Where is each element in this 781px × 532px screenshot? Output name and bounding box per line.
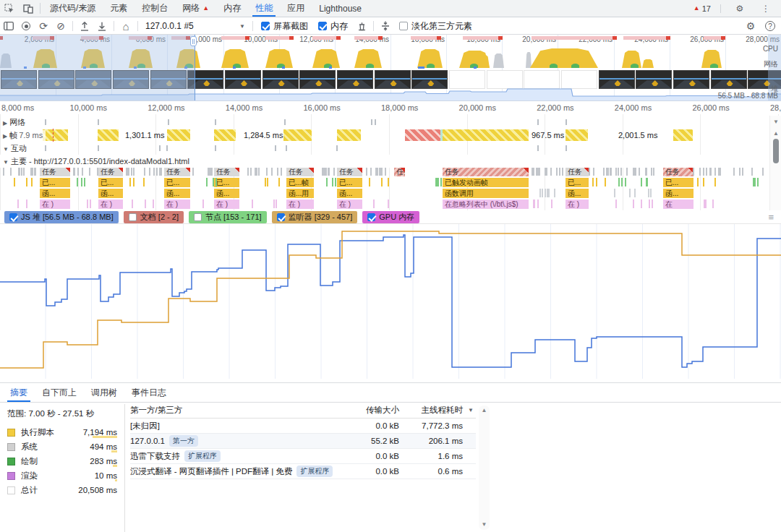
filmstrip-screenshot[interactable]	[711, 70, 747, 89]
filmstrip-screenshot[interactable]	[561, 70, 597, 89]
ignored-script-bar[interactable]: 在 )	[286, 200, 314, 209]
table-scrollbar[interactable]: ▲ ▼	[479, 406, 490, 530]
function-call-bar[interactable]: 函...	[98, 189, 123, 198]
upload-profile-icon[interactable]	[76, 19, 93, 33]
filmstrip-screenshot[interactable]	[524, 70, 560, 89]
function-call-bar[interactable]: 函...	[214, 189, 239, 198]
details-tab-bottom-up[interactable]: 自下而上	[35, 383, 84, 402]
fade-third-party-checkbox[interactable]: 淡化第三方元素	[399, 20, 472, 33]
collapse-sections-icon[interactable]	[377, 19, 394, 33]
ignored-script-bar[interactable]: 在 )	[40, 200, 70, 209]
help-icon[interactable]: ?	[765, 21, 775, 31]
task-bar[interactable]: 任务	[337, 167, 362, 176]
partially-presented-frame-bar[interactable]	[337, 129, 361, 141]
task-bar[interactable]: 任务	[98, 167, 123, 176]
animation-frame-fired-bar[interactable]: 已触发动画帧	[443, 178, 529, 187]
scroll-up-icon[interactable]: ▲	[479, 407, 490, 413]
animation-frame-fired-bar[interactable]: 已...	[214, 178, 239, 187]
record-button[interactable]	[17, 19, 35, 33]
filmstrip-screenshot[interactable]	[375, 70, 411, 89]
ignored-script-bar[interactable]: 在 )	[566, 200, 589, 209]
tab-console[interactable]: 控制台	[135, 0, 175, 17]
screenshots-checkbox[interactable]: 屏幕截图	[261, 20, 308, 33]
animation-frame-fired-bar[interactable]: 已...帧	[286, 178, 314, 187]
memory-counter-chip[interactable]: 监听器 [329 - 457]	[272, 211, 358, 223]
memory-counter-chip[interactable]: 文档 [2 - 2]	[124, 211, 184, 223]
filmstrip-screenshot[interactable]	[673, 70, 709, 89]
ignored-script-bar[interactable]: 在 )	[214, 200, 239, 209]
ignored-script-bar[interactable]: 在	[663, 200, 693, 209]
task-bar[interactable]: 任务	[566, 167, 589, 176]
table-row[interactable]: [未归因]0.0 kB7,772.3 ms	[130, 419, 476, 434]
device-toolbar-icon[interactable]	[19, 0, 38, 17]
animation-frame-fired-bar[interactable]: 已...	[663, 178, 693, 187]
task-bar[interactable]: 任务	[286, 167, 314, 176]
partially-presented-frame-bar[interactable]	[566, 129, 588, 141]
partially-presented-frame-bar[interactable]	[98, 129, 119, 141]
function-call-bar[interactable]: 函...	[337, 189, 362, 198]
details-tab-call-tree[interactable]: 调用树	[84, 383, 124, 402]
toggle-sidebar-icon[interactable]	[0, 19, 17, 33]
details-tab-summary[interactable]: 摘要	[3, 383, 35, 402]
dropped-frame-bar[interactable]	[405, 129, 440, 141]
track-main-thread-header[interactable]: ▼主要 - http://127.0.0.1:5501/index-dataMo…	[0, 155, 781, 168]
scroll-up-icon[interactable]: ▼	[770, 119, 781, 125]
sort-desc-icon[interactable]: ▼	[466, 407, 476, 413]
issues-badge[interactable]: ▲ 17	[693, 4, 711, 13]
table-row[interactable]: 127.0.0.1第一方55.2 kB206.1 ms	[130, 434, 476, 449]
history-select[interactable]: 127.0.0.1 #5 ▼	[141, 21, 249, 31]
tab-performance[interactable]: 性能	[248, 0, 280, 17]
scrollbar-thumb[interactable]	[773, 139, 779, 163]
flame-scrollbar[interactable]: ▼ ▲ ▼	[769, 116, 781, 224]
tab-elements[interactable]: 元素	[103, 0, 135, 17]
filmstrip-screenshot[interactable]	[411, 70, 448, 89]
filmstrip-screenshot[interactable]	[487, 70, 523, 89]
home-live-metrics-icon[interactable]: ⌂	[117, 19, 135, 33]
download-profile-icon[interactable]	[93, 19, 111, 33]
memory-checkbox[interactable]: 内存	[318, 20, 348, 33]
column-header-main-thread-time[interactable]: 主线程耗时	[399, 405, 466, 416]
inspect-element-icon[interactable]	[0, 0, 19, 17]
memory-counter-chip[interactable]: JS 堆 [56.5 MB - 68.8 MB]	[4, 211, 119, 223]
filmstrip-screenshot[interactable]	[449, 70, 485, 89]
animation-frame-fired-bar[interactable]: 已...	[40, 178, 70, 187]
animation-frame-fired-bar[interactable]: 已...	[164, 178, 190, 187]
partially-presented-frame-bar[interactable]	[443, 129, 529, 141]
filmstrip-screenshot[interactable]	[636, 70, 672, 89]
function-call-bar[interactable]: 函...用	[286, 189, 314, 198]
table-row[interactable]: 沉浸式翻译 - 网页翻译插件 | PDF翻译 | 免费扩展程序0.0 kB0.6…	[130, 464, 476, 479]
tab-network[interactable]: 网络▲	[175, 0, 216, 17]
column-header-transfer-size[interactable]: 传输大小	[333, 405, 399, 416]
track-interactions[interactable]: ▼互动	[3, 143, 30, 154]
table-row[interactable]: 迅雷下载支持扩展程序0.0 kB1.6 ms	[130, 449, 476, 464]
timeline-flamechart[interactable]: 8,000 ms10,000 ms12,000 ms14,000 ms16,00…	[0, 101, 781, 224]
filmstrip-screenshot[interactable]	[225, 70, 261, 89]
function-call-bar[interactable]: 函...	[40, 189, 70, 198]
scroll-down-icon[interactable]: ▼	[479, 521, 490, 528]
filmstrip-screenshot[interactable]	[263, 70, 299, 89]
task-bar[interactable]: 任务	[663, 167, 693, 176]
ignored-script-bar[interactable]: 在 )	[98, 200, 123, 209]
partially-presented-frame-bar[interactable]	[43, 129, 68, 141]
partially-presented-frame-bar[interactable]	[167, 129, 190, 141]
ignored-script-bar[interactable]: 在 )	[164, 200, 190, 209]
settings-gear-icon[interactable]: ⚙	[730, 4, 749, 14]
memory-counter-chip[interactable]: 节点 [153 - 171]	[189, 211, 267, 223]
filmstrip-screenshot[interactable]	[337, 70, 373, 89]
timeline-overview[interactable]: 2,000 ms4,000 ms6,000 ms8,000 ms10,000 m…	[0, 35, 781, 101]
column-header-origin[interactable]: 第一方/第三方	[130, 405, 333, 416]
function-call-bar[interactable]: 函...	[164, 189, 190, 198]
track-network[interactable]: ▶网络	[3, 117, 28, 128]
collect-garbage-icon[interactable]	[353, 19, 370, 33]
task-bar[interactable]: 任务	[443, 167, 529, 176]
selection-handle[interactable]	[190, 36, 197, 46]
partially-presented-frame-bar[interactable]	[214, 129, 236, 141]
scroll-up-icon[interactable]: ▲	[770, 130, 781, 137]
animation-frame-fired-bar[interactable]: 已...	[566, 178, 589, 187]
track-frames[interactable]: ▶帧7.9 ms	[3, 130, 46, 141]
partially-presented-frame-bar[interactable]	[673, 129, 693, 141]
tab-lighthouse[interactable]: Lighthouse	[312, 0, 369, 17]
tab-memory[interactable]: 内存	[216, 0, 248, 17]
partially-presented-frame-bar[interactable]	[283, 129, 312, 141]
animation-frame-fired-bar[interactable]: 已...	[337, 178, 362, 187]
